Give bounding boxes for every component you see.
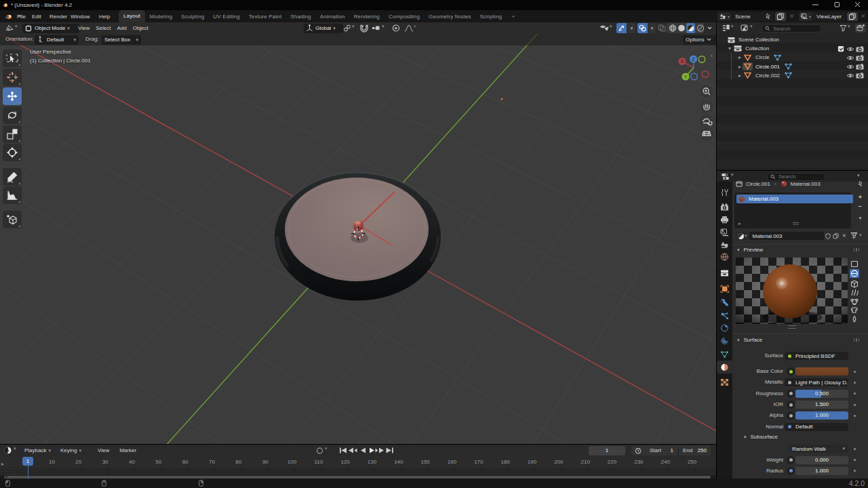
svg-text:Y: Y — [684, 74, 687, 80]
svg-text:X: X — [680, 58, 684, 64]
svg-text:Z: Z — [692, 56, 695, 62]
